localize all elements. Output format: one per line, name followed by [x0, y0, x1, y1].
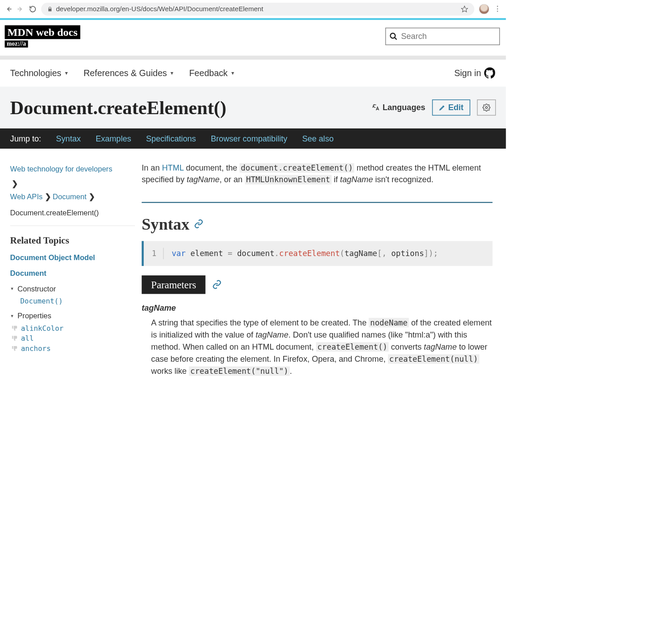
jump-label: Jump to:: [10, 134, 41, 143]
site-search[interactable]: [385, 28, 500, 45]
address-bar[interactable]: developer.mozilla.org/en-US/docs/Web/API…: [41, 3, 474, 16]
url-text: developer.mozilla.org/en-US/docs/Web/API…: [56, 5, 263, 13]
browser-menu-icon[interactable]: ⋮: [494, 8, 501, 11]
jump-browser-compat[interactable]: Browser compatibility: [211, 134, 288, 143]
triangle-down-icon: ▼: [10, 314, 14, 319]
line-number: 1: [152, 248, 164, 259]
sidebar: Web technology for developers ❯ Web APIs…: [10, 162, 135, 377]
jump-examples[interactable]: Examples: [95, 134, 131, 143]
svg-point-5: [486, 107, 488, 109]
jump-seealso[interactable]: See also: [302, 134, 333, 143]
sidebar-link-document[interactable]: Document: [10, 269, 135, 278]
param-name-tagname: tagName: [142, 302, 492, 314]
param-desc-tagname: A string that specifies the type of elem…: [151, 316, 492, 377]
code-htmlunknown: HTMLUnknownElement: [245, 175, 332, 184]
nav-feedback[interactable]: Feedback ▼: [189, 68, 235, 78]
svg-point-3: [390, 33, 395, 38]
parameters-heading: Parameters: [142, 275, 492, 294]
sidebar-prop-alinkcolor[interactable]: alinkColor: [10, 325, 135, 333]
related-topics-heading: Related Topics: [10, 235, 135, 246]
mdn-logo[interactable]: MDN web docs moz://a: [5, 25, 81, 47]
site-header: MDN web docs moz://a: [0, 20, 506, 56]
forward-button[interactable]: [17, 5, 25, 13]
sidebar-prop-anchors[interactable]: anchors: [10, 345, 135, 353]
syntax-code-block: 1 var element = document.createElement(t…: [142, 241, 492, 266]
github-icon: [484, 67, 496, 79]
intro-paragraph: In an HTML document, the document.create…: [142, 162, 492, 185]
chevron-down-icon: ▼: [230, 70, 235, 76]
anchor-link-icon[interactable]: [212, 280, 222, 289]
body: Web technology for developers ❯ Web APIs…: [0, 149, 506, 387]
signin-link[interactable]: Sign in: [454, 67, 496, 79]
reload-button[interactable]: [29, 5, 37, 13]
translate-icon: [372, 103, 380, 111]
jump-specifications[interactable]: Specifications: [146, 134, 196, 143]
syntax-heading: Syntax: [142, 212, 492, 235]
thumbs-down-icon: [12, 335, 18, 342]
logo-top: MDN web docs: [5, 25, 81, 39]
settings-button[interactable]: [477, 99, 496, 115]
language-switcher[interactable]: Languages: [372, 103, 426, 112]
lock-icon: [47, 6, 52, 12]
chevron-down-icon: ▼: [64, 70, 69, 76]
triangle-down-icon: ▼: [10, 287, 14, 291]
sidebar-prop-all[interactable]: all: [10, 334, 135, 342]
thumbs-down-icon: [12, 325, 18, 332]
crumb-document[interactable]: Document: [53, 190, 87, 204]
search-input[interactable]: [401, 32, 496, 41]
link-html[interactable]: HTML: [162, 163, 184, 172]
sidebar-link-dom[interactable]: Document Object Model: [10, 254, 135, 263]
chevron-right-icon: ❯: [45, 190, 51, 204]
nav-references[interactable]: References & Guides ▼: [83, 68, 174, 78]
browser-toolbar: developer.mozilla.org/en-US/docs/Web/API…: [0, 0, 506, 18]
jump-syntax[interactable]: Syntax: [56, 134, 81, 143]
sidebar-section-properties[interactable]: ▼ Properties: [10, 312, 135, 321]
sidebar-section-constructor[interactable]: ▼ Constructor: [10, 285, 135, 294]
crumb-webtech[interactable]: Web technology for developers: [10, 164, 112, 173]
code-line: var element = document.createElement(tag…: [172, 248, 438, 259]
nav-technologies[interactable]: Technologies ▼: [10, 68, 69, 78]
sidebar-item-document-ctor[interactable]: Document(): [10, 297, 135, 305]
anchor-link-icon[interactable]: [194, 219, 203, 229]
svg-line-4: [395, 38, 397, 40]
code-createelement: document.createElement(): [240, 163, 354, 172]
chevron-right-icon: ❯: [89, 190, 95, 204]
page-title: Document.createElement(): [10, 97, 365, 118]
crumb-current: Document.createElement(): [10, 206, 135, 220]
article: In an HTML document, the document.create…: [142, 162, 496, 377]
title-bar: Document.createElement() Languages Edit: [0, 87, 506, 128]
profile-avatar[interactable]: [479, 4, 489, 14]
breadcrumbs: Web technology for developers ❯ Web APIs…: [10, 162, 135, 226]
star-icon[interactable]: [461, 5, 469, 13]
divider-bar: [0, 56, 506, 60]
chevron-down-icon: ▼: [170, 70, 174, 76]
thumbs-down-icon: [12, 345, 18, 352]
search-icon: [389, 32, 398, 41]
section-divider: [142, 202, 492, 203]
logo-bottom: moz://a: [5, 40, 28, 47]
pencil-icon: [439, 104, 445, 111]
edit-button[interactable]: Edit: [432, 99, 470, 115]
gear-icon: [482, 103, 491, 111]
back-button[interactable]: [5, 5, 13, 13]
crumb-webapis[interactable]: Web APIs: [10, 190, 43, 204]
main-nav: Technologies ▼ References & Guides ▼ Fee…: [0, 60, 506, 86]
svg-marker-2: [461, 6, 468, 12]
chevron-right-icon: ❯: [12, 177, 135, 190]
jump-bar: Jump to: Syntax Examples Specifications …: [0, 128, 506, 149]
